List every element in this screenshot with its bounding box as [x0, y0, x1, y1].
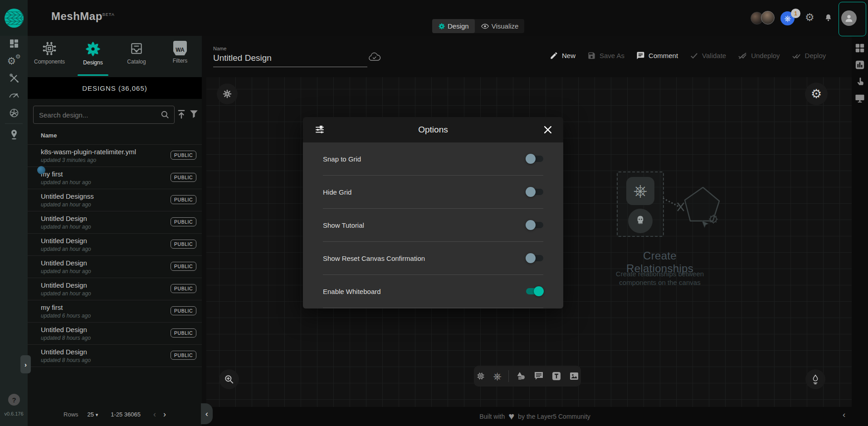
prev-page-button[interactable]: ‹ — [153, 410, 156, 419]
demo-squid-node — [628, 209, 653, 233]
validate-button[interactable]: Validate — [690, 52, 726, 59]
strip-touch-icon[interactable] — [855, 77, 865, 87]
collaborator-avatar-2[interactable] — [761, 11, 775, 24]
option-label: Enable Whiteboard — [323, 288, 381, 295]
canvas-settings-button[interactable]: ⚙ — [805, 83, 828, 105]
close-icon[interactable] — [544, 126, 551, 133]
mode-visualize[interactable]: Visualize — [475, 19, 525, 33]
nav-performance-icon[interactable] — [0, 90, 28, 101]
nav-dashboard-icon[interactable] — [0, 38, 28, 49]
strip-display-icon[interactable] — [855, 94, 865, 103]
canvas-kubernetes-spinner-button[interactable] — [217, 83, 238, 104]
visualize-eye-icon — [481, 23, 489, 30]
squid-icon — [634, 214, 647, 228]
option-toggle[interactable] — [526, 255, 543, 261]
help-button[interactable]: ? — [8, 394, 20, 406]
magnifier-plus-icon — [224, 374, 234, 384]
designs-count-header: DESIGNS (36,065) — [28, 77, 202, 99]
footer-collapse-right-button[interactable]: ‹ — [843, 410, 845, 420]
tab-components[interactable]: Components — [28, 36, 71, 77]
layer5-logo[interactable] — [0, 0, 28, 36]
footer-collapse-left-button[interactable]: ‹ — [201, 403, 213, 424]
option-label: Show Reset Canvas Confirmation — [323, 255, 425, 262]
toggle-knob — [526, 253, 536, 263]
deploy-button[interactable]: Deploy — [792, 52, 826, 59]
canvas-dock: ⎈ — [474, 366, 581, 387]
tab-catalog[interactable]: Catalog — [115, 36, 158, 77]
design-row[interactable]: Untitled Design updated an hour ago PUBL… — [28, 211, 202, 234]
option-row: Show Reset Canvas Confirmation — [323, 242, 543, 275]
design-name-input[interactable] — [213, 53, 367, 67]
option-toggle[interactable] — [526, 156, 543, 162]
design-name-label: Name — [213, 46, 226, 51]
option-toggle[interactable] — [526, 222, 543, 228]
mode-design[interactable]: Design — [432, 19, 475, 33]
strip-chart-icon[interactable] — [855, 60, 865, 70]
new-button[interactable]: New — [550, 51, 575, 60]
cloud-saved-icon — [368, 52, 381, 62]
option-label: Snap to Grid — [323, 155, 361, 163]
next-page-button[interactable]: › — [163, 410, 166, 419]
option-label: Show Tutorial — [323, 221, 364, 229]
pagination-range: 1-25 36065 — [111, 411, 141, 418]
design-owner-avatar — [37, 166, 45, 174]
tab-designs[interactable]: Designs — [71, 36, 115, 77]
design-row[interactable]: Untitled Design updated an hour ago PUBL… — [28, 278, 202, 300]
rows-per-page-select[interactable]: 25 ▾ — [88, 411, 98, 418]
nav-lifecycle-gears-icon[interactable]: ⚙ ⚙ — [0, 55, 28, 67]
onboarding-description: Create relationships betweencomponents o… — [610, 269, 710, 287]
canvas-pin-button[interactable] — [805, 369, 825, 389]
floppy-icon — [587, 51, 596, 60]
dock-components-icon[interactable] — [475, 371, 486, 382]
relationship-demo-dashed-box: ⎈ — [617, 171, 664, 237]
option-row: Show Tutorial — [323, 209, 543, 242]
relationship-demo-pentagon — [662, 184, 721, 243]
dock-shapes-icon[interactable] — [516, 371, 527, 382]
app-version: v0.6.176 — [0, 411, 28, 416]
demo-kubernetes-node: ⎈ — [626, 177, 654, 205]
filter-funnel-icon[interactable] — [189, 109, 199, 118]
visibility-badge: PUBLIC — [171, 262, 196, 271]
nav-service-mesh-icon[interactable] — [0, 108, 28, 118]
nav-toolbox-icon[interactable] — [0, 73, 28, 83]
dock-text-icon[interactable] — [551, 371, 562, 382]
nav-meshmap-pin-icon[interactable] — [0, 129, 28, 141]
search-input[interactable] — [34, 111, 161, 119]
name-column-header: Name — [41, 132, 57, 139]
design-row[interactable]: my first updated 6 hours ago PUBLIC — [28, 300, 202, 323]
visibility-badge: PUBLIC — [171, 284, 196, 293]
import-design-icon[interactable] — [176, 109, 186, 119]
design-row[interactable]: Untitled Design updated an hour ago PUBL… — [28, 256, 202, 278]
save-as-button[interactable]: Save As — [587, 51, 624, 60]
option-toggle[interactable] — [526, 189, 543, 195]
tab-filters[interactable]: WA Filters — [158, 36, 202, 77]
dock-image-icon[interactable] — [569, 371, 580, 382]
visibility-badge: PUBLIC — [171, 240, 196, 249]
user-menu-outline — [839, 2, 866, 36]
design-list: k8s-wasm-plugin-ratelimiter.yml updated … — [28, 144, 202, 367]
pencil-icon — [550, 51, 558, 60]
strip-grid-view-icon[interactable] — [855, 43, 865, 53]
undeploy-button[interactable]: Undeploy — [738, 52, 780, 59]
dock-comment-icon[interactable] — [533, 371, 544, 382]
design-row[interactable]: Untitled Design updated 8 hours ago PUBL… — [28, 323, 202, 345]
top-header-bar: MeshMapBETA Design Visualize ⎈ 1 ⚙ — [28, 0, 868, 36]
settings-gear-icon[interactable]: ⚙ — [805, 12, 814, 23]
droplet-icon — [810, 374, 820, 385]
dock-kubernetes-icon[interactable]: ⎈ — [493, 371, 501, 382]
notifications-bell-icon[interactable] — [824, 13, 833, 23]
visibility-badge: PUBLIC — [171, 306, 196, 315]
zoom-button[interactable] — [219, 369, 239, 389]
layer5-mesh-logo-icon — [4, 8, 24, 28]
panel-expander-button[interactable]: › — [20, 355, 31, 373]
nav-divider — [5, 123, 23, 124]
design-row[interactable]: Untitled Design updated an hour ago PUBL… — [28, 234, 202, 256]
option-toggle[interactable] — [526, 288, 543, 294]
k8s-context-count-badge: 1 — [791, 9, 800, 18]
options-modal-body: Snap to Grid Hide Grid Show Tutorial Sho… — [303, 142, 563, 308]
design-row[interactable]: Untitled Designss updated an hour ago PU… — [28, 189, 202, 211]
comment-button[interactable]: Comment — [636, 51, 678, 60]
design-row[interactable]: k8s-wasm-plugin-ratelimiter.yml updated … — [28, 145, 202, 167]
design-row[interactable]: Untitled Design updated 8 hours ago PUBL… — [28, 345, 202, 367]
design-row[interactable]: my first updated an hour ago PUBLIC — [28, 167, 202, 189]
